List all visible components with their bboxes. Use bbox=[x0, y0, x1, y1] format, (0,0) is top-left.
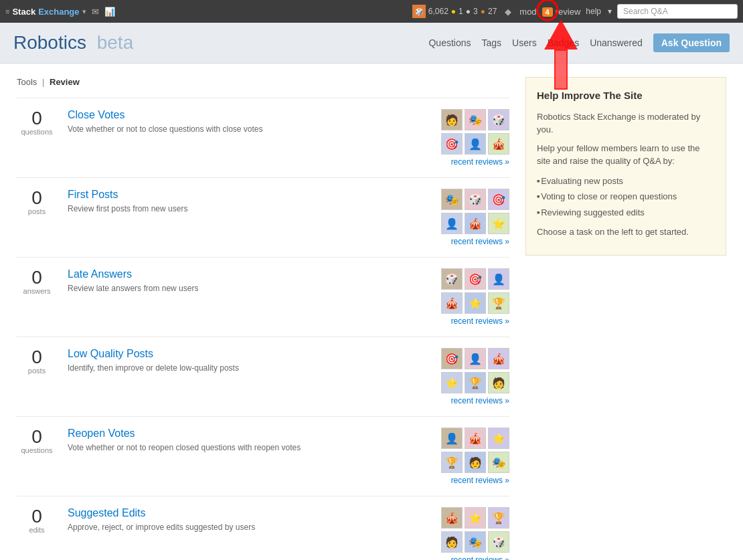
site-navigation: Questions Tags Users Badges Unanswered A… bbox=[428, 33, 730, 52]
review-label[interactable]: review bbox=[556, 7, 581, 17]
stats-icon[interactable]: 📊 bbox=[104, 7, 115, 17]
avatar[interactable]: 🎲 bbox=[465, 189, 486, 210]
recent-reviews-link[interactable]: recent reviews » bbox=[451, 157, 509, 167]
review-badge-wrapper[interactable]: 4 bbox=[542, 7, 553, 17]
hamburger-icon: ≡ bbox=[5, 7, 9, 15]
breadcrumb-tools[interactable]: Tools bbox=[17, 77, 37, 87]
avatar[interactable]: 🎯 bbox=[441, 133, 463, 155]
ask-question-button[interactable]: Ask Question bbox=[653, 33, 730, 52]
review-number: 0 bbox=[17, 268, 57, 287]
recent-reviews-link[interactable]: recent reviews » bbox=[451, 316, 509, 326]
diamond-icon: ◆ bbox=[505, 7, 511, 17]
review-avatars: 🎯👤🎪⭐🏆🧑recent reviews » bbox=[441, 348, 509, 405]
breadcrumb-sep: | bbox=[42, 77, 44, 87]
avatar-row-1: 🎯👤🎪 bbox=[441, 348, 509, 369]
avatar[interactable]: 🎪 bbox=[465, 213, 486, 234]
avatar[interactable]: 🎲 bbox=[488, 531, 509, 553]
recent-reviews-link[interactable]: recent reviews » bbox=[451, 476, 509, 485]
brand[interactable]: ≡ StackExchange ▾ bbox=[5, 7, 86, 17]
review-title[interactable]: First Posts bbox=[68, 189, 430, 201]
nav-unanswered[interactable]: Unanswered bbox=[590, 37, 643, 48]
avatar[interactable]: 👤 bbox=[465, 133, 486, 155]
avatar[interactable]: 🎪 bbox=[441, 507, 463, 529]
help-label[interactable]: help bbox=[586, 7, 601, 16]
site-title: Robotics beta bbox=[13, 32, 133, 54]
avatar-row-2: 👤🎪⭐ bbox=[441, 213, 509, 234]
review-item: 0 posts Low Quality Posts Identify, then… bbox=[17, 337, 509, 416]
review-desc: Review late answers from new users bbox=[68, 284, 198, 293]
recent-reviews-link[interactable]: recent reviews » bbox=[451, 555, 509, 560]
brand-exchange: Exchange bbox=[38, 7, 79, 17]
review-unit: questions bbox=[17, 446, 57, 454]
bronze-dot: ● bbox=[481, 7, 485, 16]
avatar[interactable]: 🏆 bbox=[488, 292, 509, 314]
avatar[interactable]: ⭐ bbox=[465, 292, 486, 314]
avatar[interactable]: 🎪 bbox=[465, 428, 486, 449]
avatar[interactable]: 🎲 bbox=[488, 109, 509, 130]
avatar[interactable]: 🎯 bbox=[441, 348, 463, 369]
nav-questions[interactable]: Questions bbox=[428, 37, 471, 48]
gold-dot: ● bbox=[451, 7, 456, 16]
breadcrumb: Tools | Review bbox=[17, 77, 509, 87]
avatar[interactable]: 🎭 bbox=[441, 189, 463, 210]
review-info: First Posts Review first posts from new … bbox=[68, 189, 430, 215]
recent-reviews-link[interactable]: recent reviews » bbox=[451, 396, 509, 405]
review-avatars: 🎭🎲🎯👤🎪⭐recent reviews » bbox=[441, 189, 509, 246]
avatar[interactable]: 🎪 bbox=[441, 292, 463, 314]
help-chevron[interactable]: ▾ bbox=[608, 7, 612, 16]
avatar[interactable]: 👤 bbox=[465, 348, 486, 369]
avatar[interactable]: ⭐ bbox=[465, 507, 486, 529]
avatar[interactable]: 🧑 bbox=[441, 531, 463, 553]
review-avatars: 🎪⭐🏆🧑🎭🎲recent reviews » bbox=[441, 507, 509, 560]
review-item: 0 answers Late Answers Review late answe… bbox=[17, 257, 509, 337]
review-avatars: 🧑🎭🎲🎯👤🎪recent reviews » bbox=[441, 109, 509, 167]
mod-label: mod bbox=[519, 7, 536, 17]
nav-tags[interactable]: Tags bbox=[482, 37, 502, 48]
avatar[interactable]: 👤 bbox=[488, 268, 509, 290]
review-title[interactable]: Late Answers bbox=[68, 268, 430, 280]
review-desc: Vote whether or not to close questions w… bbox=[68, 124, 263, 134]
review-info: Suggested Edits Approve, reject, or impr… bbox=[68, 507, 430, 533]
inbox-icon[interactable]: ✉ bbox=[92, 7, 99, 17]
review-title[interactable]: Low Quality Posts bbox=[68, 348, 430, 360]
avatar[interactable]: 🎲 bbox=[441, 268, 463, 290]
site-header: Robotics beta Questions Tags Users Badge… bbox=[0, 23, 743, 64]
avatar[interactable]: 🏆 bbox=[488, 507, 509, 529]
silver-count: 3 bbox=[473, 7, 478, 16]
avatar[interactable]: 🎪 bbox=[488, 133, 509, 155]
recent-reviews-link[interactable]: recent reviews » bbox=[451, 237, 509, 246]
avatar[interactable]: 🏆 bbox=[465, 372, 486, 393]
avatar[interactable]: 🎭 bbox=[488, 452, 509, 473]
avatar[interactable]: 🎪 bbox=[488, 348, 509, 369]
review-title[interactable]: Close Votes bbox=[68, 109, 430, 121]
review-title[interactable]: Suggested Edits bbox=[68, 507, 430, 519]
nav-badges[interactable]: Badges bbox=[548, 37, 579, 48]
avatar[interactable]: 🏆 bbox=[441, 452, 463, 473]
avatar[interactable]: 🧑 bbox=[488, 372, 509, 393]
avatar[interactable]: ⭐ bbox=[488, 428, 509, 449]
review-title[interactable]: Reopen Votes bbox=[68, 428, 430, 440]
review-info: Reopen Votes Vote whether or not to reop… bbox=[68, 428, 430, 454]
help-box-body: Help your fellow members learn to use th… bbox=[537, 142, 715, 168]
help-nav: help ▾ bbox=[586, 7, 612, 16]
review-number: 0 bbox=[17, 507, 57, 526]
avatar[interactable]: ⭐ bbox=[441, 372, 463, 393]
avatar[interactable]: 🧑 bbox=[465, 452, 486, 473]
avatar[interactable]: 👤 bbox=[441, 213, 463, 234]
user-avatar[interactable]: 🎲 bbox=[412, 5, 426, 18]
avatar-row-1: 🎪⭐🏆 bbox=[441, 507, 509, 529]
nav-users[interactable]: Users bbox=[512, 37, 537, 48]
search-box[interactable]: Search Q&A bbox=[617, 4, 738, 19]
review-badge[interactable]: 4 bbox=[542, 7, 553, 17]
avatar[interactable]: ⭐ bbox=[488, 213, 509, 234]
avatar[interactable]: 🧑 bbox=[441, 109, 463, 130]
avatar[interactable]: 🎭 bbox=[465, 531, 486, 553]
help-box-intro: Robotics Stack Exchange is moderated by … bbox=[537, 110, 715, 136]
avatar[interactable]: 🎭 bbox=[465, 109, 486, 130]
review-avatars: 🎲🎯👤🎪⭐🏆recent reviews » bbox=[441, 268, 509, 326]
avatar[interactable]: 👤 bbox=[441, 428, 463, 449]
avatar[interactable]: 🎯 bbox=[488, 189, 509, 210]
review-number: 0 bbox=[17, 189, 57, 207]
avatar[interactable]: 🎯 bbox=[465, 268, 486, 290]
brand-stack: Stack bbox=[12, 7, 35, 17]
